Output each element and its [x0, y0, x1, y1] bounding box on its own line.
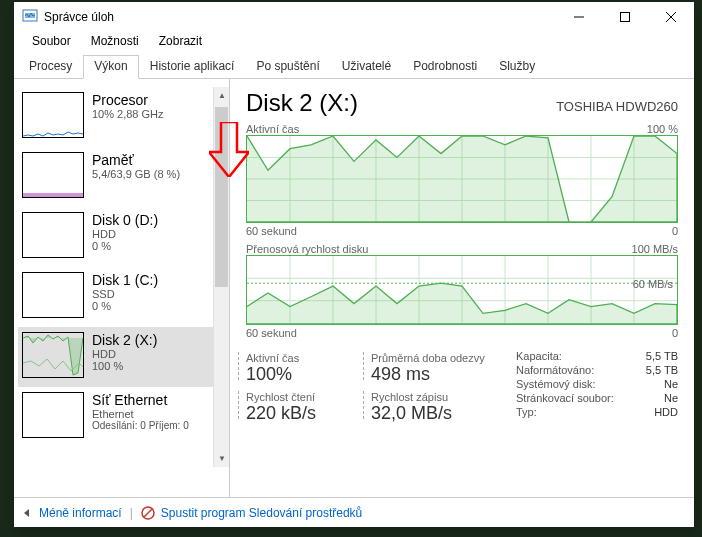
thumb-disk2	[22, 332, 84, 378]
chevron-left-icon[interactable]	[24, 509, 29, 517]
resmon-link[interactable]: Spustit program Sledování prostředků	[161, 506, 362, 520]
sidebar-item-label: Procesor	[92, 92, 164, 108]
sidebar-item-ethernet[interactable]: Síť Ethernet Ethernet Odesílání: 0 Příje…	[18, 387, 229, 447]
svg-rect-6	[23, 193, 83, 197]
disk-model: TOSHIBA HDWD260	[556, 99, 678, 114]
sidebar-item-label: Disk 1 (C:)	[92, 272, 158, 288]
scroll-thumb[interactable]	[215, 107, 228, 287]
chart1-max: 100 %	[647, 123, 678, 135]
sidebar-item-label: Síť Ethernet	[92, 392, 189, 408]
menu-options[interactable]: Možnosti	[81, 32, 149, 54]
chart2-xleft: 60 sekund	[246, 327, 297, 339]
minimize-button[interactable]	[556, 2, 602, 32]
metric-active-value: 100%	[246, 364, 371, 385]
tab-users[interactable]: Uživatelé	[331, 55, 402, 79]
close-button[interactable]	[648, 2, 694, 32]
detail-title: Disk 2 (X:)	[246, 89, 358, 117]
less-info-link[interactable]: Méně informací	[39, 506, 122, 520]
tabstrip: Procesy Výkon Historie aplikací Po spušt…	[14, 54, 694, 79]
menubar: Soubor Možnosti Zobrazit	[14, 32, 694, 54]
detail-pane: Disk 2 (X:) TOSHIBA HDWD260 Aktivní čas …	[230, 79, 694, 497]
sidebar-item-disk1[interactable]: Disk 1 (C:) SSD 0 %	[18, 267, 229, 327]
metric-write-value: 32,0 MB/s	[371, 403, 496, 424]
sidebar-item-label: Disk 0 (D:)	[92, 212, 158, 228]
disk-info: Kapacita:5,5 TB Naformátováno:5,5 TB Sys…	[496, 349, 678, 427]
tab-services[interactable]: Služby	[488, 55, 546, 79]
titlebar[interactable]: Správce úloh	[14, 2, 694, 32]
maximize-button[interactable]	[602, 2, 648, 32]
sidebar-scrollbar[interactable]: ▲ ▼	[213, 87, 229, 467]
task-manager-window: Správce úloh Soubor Možnosti Zobrazit Pr…	[14, 2, 694, 527]
scroll-up-icon[interactable]: ▲	[218, 91, 226, 100]
tab-details[interactable]: Podrobnosti	[402, 55, 488, 79]
chart-active-time	[246, 135, 678, 223]
tab-processes[interactable]: Procesy	[18, 55, 83, 79]
tab-startup[interactable]: Po spuštění	[245, 55, 330, 79]
chart2-label: Přenosová rychlost disku	[246, 243, 368, 255]
menu-view[interactable]: Zobrazit	[149, 32, 212, 54]
sidebar-item-disk0[interactable]: Disk 0 (D:) HDD 0 %	[18, 207, 229, 267]
sidebar-item-label: Disk 2 (X:)	[92, 332, 157, 348]
chart2-max: 100 MB/s	[632, 243, 678, 255]
sidebar-item-cpu[interactable]: Procesor 10% 2,88 GHz	[18, 87, 229, 147]
tab-app-history[interactable]: Historie aplikací	[139, 55, 246, 79]
scroll-down-icon[interactable]: ▼	[218, 454, 226, 463]
perf-sidebar: Procesor 10% 2,88 GHz Paměť 5,4/63,9 GB …	[14, 79, 230, 497]
chart1-label: Aktivní čas	[246, 123, 299, 135]
thumb-ethernet	[22, 392, 84, 438]
chart2-annot: 60 MB/s	[633, 278, 673, 290]
svg-line-32	[144, 509, 152, 517]
metric-read-value: 220 kB/s	[246, 403, 371, 424]
chart1-xleft: 60 sekund	[246, 225, 297, 237]
sidebar-item-label: Paměť	[92, 152, 180, 168]
tab-performance[interactable]: Výkon	[83, 55, 138, 79]
chart1-xright: 0	[672, 225, 678, 237]
thumb-memory	[22, 152, 84, 198]
window-title: Správce úloh	[44, 10, 556, 24]
menu-file[interactable]: Soubor	[22, 32, 81, 54]
resmon-icon	[141, 506, 155, 520]
metrics: Aktivní čas 100% Průměrná doba odezvy 49…	[246, 349, 678, 427]
svg-rect-3	[621, 13, 630, 22]
thumb-disk0	[22, 212, 84, 258]
chart2-xright: 0	[672, 327, 678, 339]
metric-response-value: 498 ms	[371, 364, 496, 385]
sidebar-item-memory[interactable]: Paměť 5,4/63,9 GB (8 %)	[18, 147, 229, 207]
thumb-cpu	[22, 92, 84, 138]
content: Procesor 10% 2,88 GHz Paměť 5,4/63,9 GB …	[14, 79, 694, 497]
sidebar-item-disk2[interactable]: Disk 2 (X:) HDD 100 %	[18, 327, 229, 387]
chart-transfer-rate: 60 MB/s	[246, 255, 678, 325]
thumb-disk1	[22, 272, 84, 318]
footer: Méně informací | Spustit program Sledová…	[14, 497, 694, 527]
app-icon	[22, 9, 38, 25]
